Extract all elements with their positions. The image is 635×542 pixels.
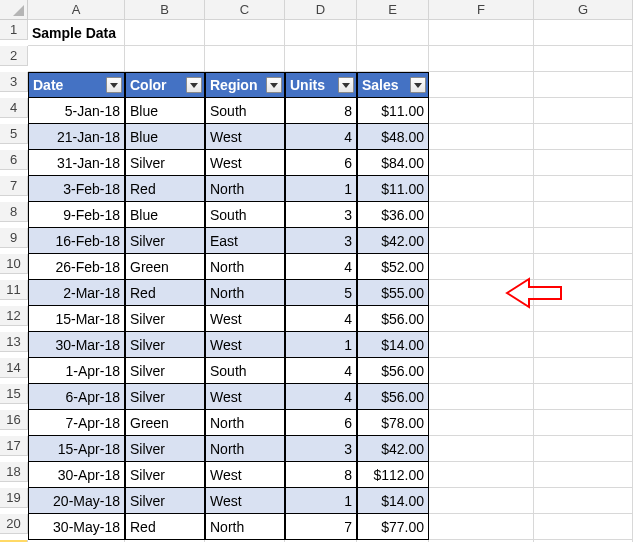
cell-units[interactable]: 4 [285, 306, 357, 332]
cell-date[interactable]: 30-Mar-18 [28, 332, 125, 358]
filter-dropdown-icon[interactable] [106, 77, 122, 93]
empty-cell[interactable] [205, 20, 285, 46]
row-header[interactable]: 6 [0, 150, 28, 170]
cell-date[interactable]: 1-Apr-18 [28, 358, 125, 384]
cell-date[interactable]: 15-Apr-18 [28, 436, 125, 462]
empty-cell[interactable] [534, 488, 633, 514]
cell-color[interactable]: Silver [125, 436, 205, 462]
row-header[interactable]: 18 [0, 462, 28, 482]
empty-cell[interactable] [429, 488, 534, 514]
cell-units[interactable]: 5 [285, 280, 357, 306]
cell-color[interactable]: Silver [125, 332, 205, 358]
cell-color[interactable]: Blue [125, 124, 205, 150]
cell-units[interactable]: 4 [285, 124, 357, 150]
cell-region[interactable]: North [205, 176, 285, 202]
empty-cell[interactable] [534, 514, 633, 540]
cell-units[interactable]: 6 [285, 150, 357, 176]
row-header[interactable]: 8 [0, 202, 28, 222]
cell-color[interactable]: Silver [125, 358, 205, 384]
row-header[interactable]: 2 [0, 46, 28, 66]
empty-cell[interactable] [534, 436, 633, 462]
empty-cell[interactable] [534, 176, 633, 202]
empty-cell[interactable] [429, 358, 534, 384]
empty-cell[interactable] [534, 150, 633, 176]
cell-units[interactable]: 8 [285, 462, 357, 488]
cell-date[interactable]: 30-Apr-18 [28, 462, 125, 488]
cell-color[interactable]: Silver [125, 306, 205, 332]
empty-cell[interactable] [534, 228, 633, 254]
cell-region[interactable]: West [205, 488, 285, 514]
cell-date[interactable]: 21-Jan-18 [28, 124, 125, 150]
empty-cell[interactable] [285, 46, 357, 72]
table-header-sales[interactable]: Sales [357, 72, 429, 98]
cell-region[interactable]: West [205, 332, 285, 358]
cell-region[interactable]: West [205, 150, 285, 176]
table-header-units[interactable]: Units [285, 72, 357, 98]
column-header[interactable]: B [125, 0, 205, 20]
cell-sales[interactable]: $48.00 [357, 124, 429, 150]
cell-region[interactable]: North [205, 254, 285, 280]
cell-date[interactable]: 26-Feb-18 [28, 254, 125, 280]
empty-cell[interactable] [534, 306, 633, 332]
cell-color[interactable]: Silver [125, 488, 205, 514]
filter-dropdown-icon[interactable] [186, 77, 202, 93]
cell-units[interactable]: 1 [285, 176, 357, 202]
cell-color[interactable]: Silver [125, 228, 205, 254]
empty-cell[interactable] [429, 176, 534, 202]
cell-sales[interactable]: $55.00 [357, 280, 429, 306]
row-header[interactable]: 19 [0, 488, 28, 508]
cell-color[interactable]: Silver [125, 462, 205, 488]
cell-sales[interactable]: $42.00 [357, 228, 429, 254]
empty-cell[interactable] [429, 280, 534, 306]
row-header[interactable]: 5 [0, 124, 28, 144]
row-header[interactable]: 14 [0, 358, 28, 378]
column-header[interactable]: E [357, 0, 429, 20]
table-header-color[interactable]: Color [125, 72, 205, 98]
cell-sales[interactable]: $14.00 [357, 488, 429, 514]
row-header[interactable]: 4 [0, 98, 28, 118]
filter-dropdown-icon[interactable] [266, 77, 282, 93]
cell-date[interactable]: 15-Mar-18 [28, 306, 125, 332]
filter-dropdown-icon[interactable] [410, 77, 426, 93]
empty-cell[interactable] [534, 358, 633, 384]
empty-cell[interactable] [534, 46, 633, 72]
empty-cell[interactable] [534, 72, 633, 98]
cell-color[interactable]: Red [125, 176, 205, 202]
cell-region[interactable]: North [205, 410, 285, 436]
cell-sales[interactable]: $56.00 [357, 306, 429, 332]
empty-cell[interactable] [534, 254, 633, 280]
table-header-date[interactable]: Date [28, 72, 125, 98]
cell-color[interactable]: Red [125, 280, 205, 306]
row-header[interactable]: 20 [0, 514, 28, 534]
empty-cell[interactable] [534, 124, 633, 150]
cell-units[interactable]: 6 [285, 410, 357, 436]
column-header[interactable]: G [534, 0, 633, 20]
title-cell[interactable]: Sample Data [28, 20, 125, 46]
cell-units[interactable]: 7 [285, 514, 357, 540]
cell-date[interactable]: 5-Jan-18 [28, 98, 125, 124]
cell-date[interactable]: 2-Mar-18 [28, 280, 125, 306]
cell-date[interactable]: 20-May-18 [28, 488, 125, 514]
row-header[interactable]: 3 [0, 72, 28, 92]
empty-cell[interactable] [429, 410, 534, 436]
cell-region[interactable]: North [205, 436, 285, 462]
cell-region[interactable]: North [205, 514, 285, 540]
column-header[interactable]: F [429, 0, 534, 20]
cell-color[interactable]: Green [125, 410, 205, 436]
cell-date[interactable]: 3-Feb-18 [28, 176, 125, 202]
empty-cell[interactable] [429, 98, 534, 124]
cell-color[interactable]: Green [125, 254, 205, 280]
empty-cell[interactable] [125, 46, 205, 72]
empty-cell[interactable] [429, 254, 534, 280]
cell-date[interactable]: 16-Feb-18 [28, 228, 125, 254]
empty-cell[interactable] [534, 202, 633, 228]
cell-units[interactable]: 3 [285, 228, 357, 254]
cell-sales[interactable]: $77.00 [357, 514, 429, 540]
cell-sales[interactable]: $78.00 [357, 410, 429, 436]
empty-cell[interactable] [429, 124, 534, 150]
cell-date[interactable]: 30-May-18 [28, 514, 125, 540]
empty-cell[interactable] [534, 20, 633, 46]
empty-cell[interactable] [534, 98, 633, 124]
cell-region[interactable]: West [205, 384, 285, 410]
empty-cell[interactable] [429, 228, 534, 254]
